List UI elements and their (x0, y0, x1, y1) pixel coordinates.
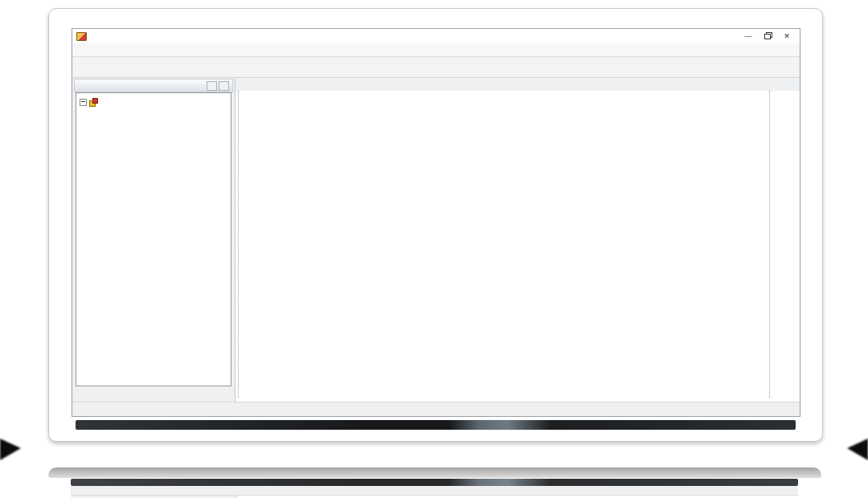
panel-header (74, 79, 233, 92)
reflection-base-bar (71, 479, 798, 486)
restore-button[interactable] (762, 31, 773, 41)
app-window: — ✕ (72, 28, 800, 417)
close-button[interactable]: ✕ (781, 31, 792, 41)
collapse-icon[interactable] (80, 99, 87, 106)
margin-guide-left (238, 91, 239, 398)
shadow-wedge-left (0, 439, 21, 460)
document-tabbar (235, 78, 800, 92)
reflection-statusbar (71, 486, 798, 496)
screenshot-card: — ✕ (48, 8, 823, 442)
part-icon (89, 98, 97, 106)
document-canvas (235, 91, 800, 402)
page-background: — ✕ (0, 0, 868, 498)
card-tree (76, 92, 231, 386)
app-icon (76, 32, 87, 41)
toolbar (72, 57, 800, 78)
workspace (72, 78, 800, 402)
pin-icon[interactable] (207, 81, 217, 91)
titlebar: — ✕ (72, 29, 800, 43)
process-card-sheet (245, 92, 766, 402)
reflection-card-edge (48, 467, 821, 478)
margin-guide-right (769, 91, 770, 398)
minimize-button[interactable]: — (743, 31, 754, 41)
shadow-wedge-right (847, 439, 868, 460)
window-base-bar (76, 420, 796, 430)
menubar (72, 43, 800, 57)
window-reflection (48, 467, 821, 498)
card-manager-panel (72, 78, 235, 402)
document-area (235, 78, 800, 402)
statusbar (72, 402, 800, 416)
close-panel-icon[interactable] (219, 81, 229, 91)
reflection-strip (71, 479, 798, 498)
tree-root[interactable] (80, 96, 231, 108)
